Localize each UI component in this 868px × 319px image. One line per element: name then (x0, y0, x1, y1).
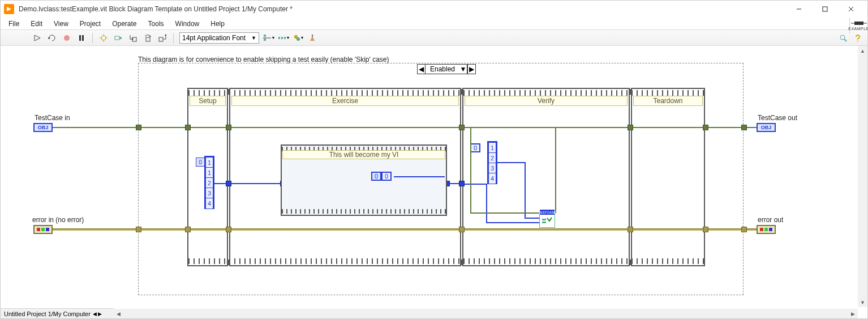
align-objects-button[interactable]: ▾ (263, 32, 275, 44)
tunnel-case-testcase-out[interactable] (741, 125, 747, 130)
wire-verify-expected-h2[interactable] (525, 218, 539, 219)
context-next-icon[interactable]: ▶ (98, 311, 102, 317)
setup-array-index[interactable]: 0 (196, 158, 205, 167)
wire-verify-expected-h1[interactable] (497, 162, 526, 163)
tunnel-frame1-error[interactable] (226, 227, 231, 232)
search-button[interactable] (837, 32, 849, 44)
wire-error[interactable] (53, 228, 757, 231)
pause-button[interactable] (75, 32, 88, 44)
menu-view[interactable]: View (48, 18, 74, 29)
terminal-error-out[interactable] (757, 225, 776, 234)
wire-verify-actual-v[interactable] (486, 184, 487, 223)
context-help-button[interactable] (852, 32, 864, 44)
tunnel-seq-testcase-out[interactable] (703, 125, 708, 130)
scroll-up-icon[interactable]: ▲ (858, 46, 867, 56)
tunnel-case-testcase-in[interactable] (136, 125, 141, 130)
vi-icon-example[interactable]: EXAMPLE (849, 18, 867, 33)
menu-file[interactable]: File (3, 18, 25, 29)
tunnel-frame2-blue[interactable] (459, 181, 465, 186)
tunnel-frame3-testcase[interactable] (628, 125, 633, 130)
step-out-button[interactable] (156, 32, 169, 44)
retain-wire-values-button[interactable] (112, 32, 124, 44)
terminal-label-error-in: error in (no error) (32, 216, 84, 224)
scroll-left-icon[interactable]: ◀ (114, 311, 123, 317)
verify-array-cell-2[interactable]: 3 (489, 163, 496, 173)
menu-help[interactable]: Help (205, 18, 230, 29)
verify-array-constant[interactable]: 1 2 3 4 (487, 141, 497, 184)
run-button[interactable] (31, 32, 44, 44)
setup-array-cell-2[interactable]: 2 (206, 178, 213, 188)
wire-verify-actual-h2[interactable] (486, 222, 539, 223)
case-selector[interactable]: ◀ Enabled ▼ ▶ (417, 64, 476, 74)
setup-array-cell-1[interactable]: 1 (206, 168, 213, 178)
tunnel-seq-error-out[interactable] (703, 227, 708, 232)
minimize-button[interactable] (786, 1, 812, 18)
tunnel-case-error-out[interactable] (741, 227, 747, 232)
exercise-num-right[interactable]: 0 (381, 172, 392, 181)
sequence-frame-separator-1[interactable] (227, 88, 230, 266)
step-over-button[interactable] (141, 32, 154, 44)
vertical-scrollbar[interactable]: ▲ ▼ (858, 46, 867, 307)
close-button[interactable] (838, 1, 864, 18)
verify-array-cell-3[interactable]: 4 (489, 173, 496, 184)
project-context-bar[interactable]: Untitled Project 1/My Computer ◀ ▶ (1, 308, 114, 318)
assert-node-banner: TESTCASE (540, 210, 555, 215)
setup-array-cell-4[interactable]: 4 (206, 198, 213, 209)
menu-window[interactable]: Window (170, 18, 205, 29)
svg-marker-25 (165, 34, 166, 36)
wire-testcase-return-v[interactable] (555, 127, 556, 214)
block-diagram-canvas[interactable]: This diagram is for convenience to enabl… (1, 46, 867, 307)
tunnel-frame2-testcase[interactable] (459, 125, 465, 130)
tunnel-frame1-testcase[interactable] (226, 125, 231, 130)
verify-array-cell-0[interactable]: 1 (489, 143, 496, 153)
context-prev-icon[interactable]: ◀ (93, 311, 97, 317)
svg-rect-27 (264, 39, 266, 41)
wire-testcase-branch-v[interactable] (470, 127, 471, 214)
wire-exercise-out[interactable] (394, 176, 445, 177)
case-dropdown-icon[interactable]: ▼ (459, 65, 467, 74)
scroll-down-icon[interactable]: ▼ (858, 297, 867, 307)
case-prev-icon[interactable]: ◀ (418, 65, 426, 74)
tunnel-frame1-blue[interactable] (226, 181, 231, 186)
terminal-error-in[interactable] (33, 225, 53, 234)
horizontal-scrollbar[interactable]: ◀ ▶ (114, 309, 858, 318)
distribute-objects-button[interactable]: ▾ (277, 32, 290, 44)
assert-equal-node[interactable]: TESTCASE (539, 214, 555, 228)
wire-verify-expected-v[interactable] (525, 162, 526, 219)
tunnel-frame3-error[interactable] (628, 227, 633, 232)
menu-tools[interactable]: Tools (143, 18, 170, 29)
terminal-testcase-out[interactable]: OBJ (757, 123, 776, 132)
svg-point-33 (297, 37, 300, 41)
setup-array-cell-3[interactable]: 3 (206, 188, 213, 198)
step-into-button[interactable] (127, 32, 139, 44)
tunnel-seq-testcase-in[interactable] (185, 125, 191, 130)
wire-testcase[interactable] (53, 127, 757, 128)
exercise-numeric-pair[interactable]: 0 0 (371, 172, 392, 181)
reorder-button[interactable]: ▾ (292, 32, 304, 44)
cleanup-diagram-button[interactable] (307, 32, 319, 44)
sequence-frame-separator-2[interactable] (460, 88, 463, 266)
menu-project[interactable]: Project (74, 18, 106, 29)
font-label: 14pt Application Font (182, 34, 246, 42)
run-continuously-button[interactable] (46, 32, 58, 44)
wire-testcase-branch-h[interactable] (470, 212, 539, 214)
scroll-right-icon[interactable]: ▶ (848, 311, 858, 317)
case-next-icon[interactable]: ▶ (467, 65, 475, 74)
menu-operate[interactable]: Operate (106, 18, 142, 29)
tunnel-frame2-error[interactable] (459, 227, 465, 232)
abort-button[interactable] (61, 32, 73, 44)
setup-array-constant[interactable]: 0 1 1 2 3 4 (204, 156, 214, 209)
menu-edit[interactable]: Edit (25, 18, 48, 29)
setup-array-cell-0[interactable]: 1 (206, 158, 213, 168)
tunnel-seq-error-in[interactable] (185, 227, 191, 232)
exercise-num-left[interactable]: 0 (371, 172, 381, 181)
verify-array-cell-1[interactable]: 2 (489, 153, 496, 163)
tunnel-case-error-in[interactable] (136, 227, 141, 232)
terminal-testcase-in[interactable]: OBJ (33, 123, 53, 132)
highlight-exec-button[interactable] (97, 32, 110, 44)
sequence-frame-separator-3[interactable] (629, 88, 632, 266)
wire-verify-actual-h1[interactable] (465, 184, 487, 185)
font-dropdown[interactable]: 14pt Application Font ▼ (179, 32, 259, 44)
maximize-button[interactable] (812, 1, 838, 18)
verify-index-constant[interactable]: 0 (470, 143, 480, 152)
